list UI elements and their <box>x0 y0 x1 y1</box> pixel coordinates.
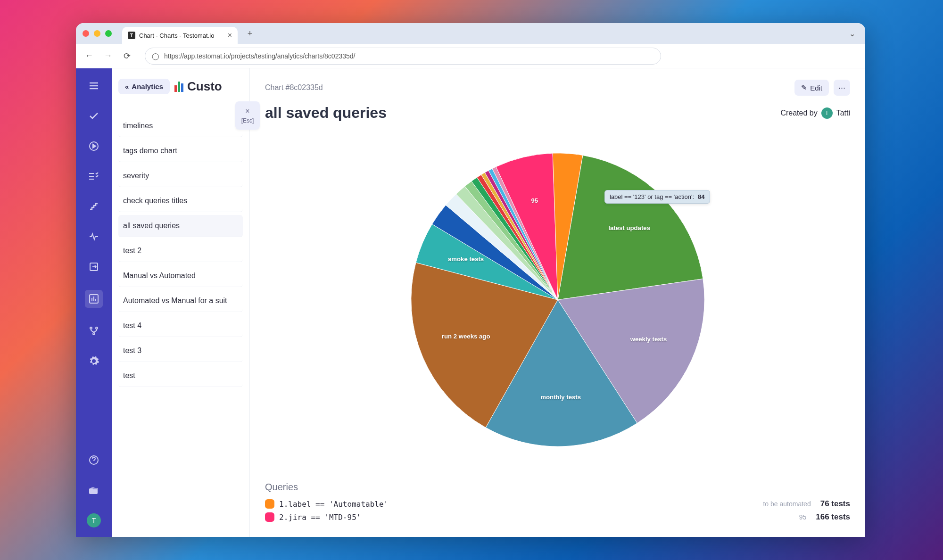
query-expression: 2.jira == 'MTD-95' <box>279 513 361 522</box>
sidebar-section-title: Custo <box>174 79 222 94</box>
query-row[interactable]: 1.label == 'Automatable' to be automated… <box>265 499 850 509</box>
creator-avatar: T <box>821 107 833 119</box>
sidebar-item[interactable]: Automated vs Manual for a suit <box>118 290 243 312</box>
browser-window: T Chart - Charts - Testomat.io × + ⌄ ← →… <box>76 23 865 537</box>
svg-point-5 <box>93 333 95 335</box>
sidebar: « Analytics Custo × [Esc] timelinestags … <box>112 68 250 537</box>
back-icon[interactable]: ← <box>83 49 96 63</box>
gear-icon[interactable] <box>87 354 101 368</box>
queries-list: 1.label == 'Automatable' to be automated… <box>265 499 850 522</box>
analytics-icon[interactable] <box>85 290 103 308</box>
forward-icon[interactable]: → <box>101 49 115 63</box>
query-count: 76 tests <box>820 499 850 509</box>
query-count: 166 tests <box>816 512 850 522</box>
pie-slice-label: 95 <box>531 197 538 204</box>
reload-icon[interactable]: ⟳ <box>120 49 133 63</box>
tabs-dropdown-icon[interactable]: ⌄ <box>845 27 859 40</box>
browser-tab-strip: T Chart - Charts - Testomat.io × + ⌄ <box>76 23 865 44</box>
pie-chart[interactable]: latest updatesweekly testsmonthly testsr… <box>265 122 850 478</box>
maximize-window-icon[interactable] <box>105 30 112 37</box>
chevron-left-icon: « <box>125 82 129 91</box>
color-swatch <box>265 512 274 522</box>
chart-tooltip: label == '123' or tag == 'action': 84 <box>604 190 710 204</box>
pie-slice-label: run 2 weeks ago <box>441 333 490 340</box>
site-info-icon[interactable]: ◯ <box>152 52 159 60</box>
main-actions: ✎ Edit ⋯ <box>794 80 850 96</box>
folders-icon[interactable] <box>87 483 101 497</box>
query-row[interactable]: 2.jira == 'MTD-95' 95 166 tests <box>265 512 850 522</box>
new-tab-button[interactable]: + <box>243 27 256 40</box>
browser-toolbar: ← → ⟳ ◯ https://app.testomat.io/projects… <box>76 44 865 68</box>
favicon-icon: T <box>128 32 135 39</box>
sidebar-item[interactable]: severity <box>118 165 243 187</box>
sidebar-item[interactable]: test <box>118 365 243 387</box>
created-by: Created by T Tatti <box>780 107 850 119</box>
branch-icon[interactable] <box>87 324 101 338</box>
check-icon[interactable] <box>87 109 101 123</box>
pie-slice-label: smoke tests <box>447 255 483 263</box>
sidebar-item[interactable]: all saved queries <box>118 215 243 237</box>
help-icon[interactable] <box>87 453 101 467</box>
sidebar-header: « Analytics Custo <box>118 79 243 94</box>
sidebar-item[interactable]: Manual vs Automated <box>118 265 243 287</box>
bar-chart-icon <box>174 82 183 92</box>
checklist-icon[interactable] <box>87 169 101 183</box>
back-to-analytics-button[interactable]: « Analytics <box>118 79 170 94</box>
app-frame: T « Analytics Custo × <box>76 68 865 537</box>
back-label: Analytics <box>132 82 163 91</box>
creator-name: Tatti <box>836 109 850 117</box>
chart-list: timelinestags demo chartseveritycheck qu… <box>118 115 243 387</box>
window-controls <box>83 30 112 37</box>
queries-heading: Queries <box>265 482 850 493</box>
sidebar-item[interactable]: timelines <box>118 115 243 137</box>
url-text: https://app.testomat.io/projects/testing… <box>164 52 355 60</box>
sidebar-item[interactable]: test 2 <box>118 240 243 262</box>
query-note: to be automated <box>763 500 811 508</box>
ellipsis-icon: ⋯ <box>838 83 845 92</box>
edit-button[interactable]: ✎ Edit <box>794 80 829 96</box>
pencil-icon: ✎ <box>801 83 807 92</box>
sidebar-item[interactable]: check queries titles <box>118 190 243 212</box>
close-tab-icon[interactable]: × <box>228 31 232 40</box>
main-content: Chart #8c02335d ✎ Edit ⋯ all saved queri… <box>250 68 865 537</box>
svg-point-3 <box>90 327 92 329</box>
sidebar-item[interactable]: test 3 <box>118 340 243 362</box>
main-header: Chart #8c02335d ✎ Edit ⋯ <box>265 80 850 96</box>
play-circle-icon[interactable] <box>87 139 101 153</box>
more-actions-button[interactable]: ⋯ <box>834 80 850 96</box>
close-window-icon[interactable] <box>83 30 89 37</box>
menu-icon[interactable] <box>87 79 101 93</box>
address-bar[interactable]: ◯ https://app.testomat.io/projects/testi… <box>145 48 661 65</box>
nav-rail: T <box>76 68 112 537</box>
steps-icon[interactable] <box>87 199 101 214</box>
tab-title: Chart - Charts - Testomat.io <box>139 32 214 39</box>
user-avatar[interactable]: T <box>87 513 101 527</box>
sidebar-item[interactable]: tags demo chart <box>118 140 243 162</box>
chart-title: all saved queries <box>265 104 387 122</box>
pulse-icon[interactable] <box>87 230 101 244</box>
minimize-window-icon[interactable] <box>94 30 100 37</box>
pie-slice-label: monthly tests <box>540 394 581 401</box>
browser-tab[interactable]: T Chart - Charts - Testomat.io × <box>122 27 238 44</box>
query-note: 95 <box>799 513 807 521</box>
svg-point-4 <box>96 327 98 329</box>
import-icon[interactable] <box>87 260 101 274</box>
queries-section: Queries 1.label == 'Automatable' to be a… <box>265 482 850 526</box>
query-expression: 1.label == 'Automatable' <box>279 500 388 509</box>
color-swatch <box>265 499 274 509</box>
sidebar-item[interactable]: test 4 <box>118 315 243 337</box>
pie-slice-label: latest updates <box>608 224 650 231</box>
pie-slice-label: weekly tests <box>629 336 667 343</box>
close-icon: × <box>245 107 249 115</box>
chart-id-label: Chart #8c02335d <box>265 83 323 92</box>
title-row: all saved queries Created by T Tatti <box>265 104 850 122</box>
